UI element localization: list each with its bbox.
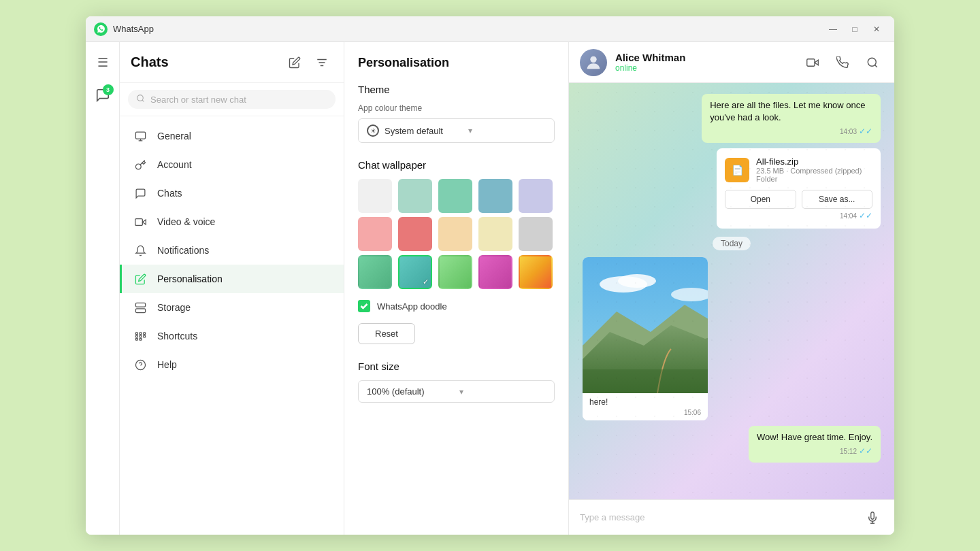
nav-item-shortcuts[interactable]: Shortcuts [120,322,344,350]
svg-point-22 [135,360,145,369]
save-file-button[interactable]: Save as... [802,190,872,209]
settings-header: Chats [120,42,344,83]
personalisation-panel: Personalisation Theme App colour theme ☀… [344,42,569,535]
message-text-2: Wow! Have great time. Enjoy. [757,432,872,442]
wallpaper-swatch-9[interactable] [478,217,512,251]
wallpaper-swatch-6[interactable] [358,217,392,251]
notifications-icon [133,243,148,258]
message-time-2: 15:12 ✓✓ [757,446,872,457]
search-chat-button[interactable] [862,52,883,73]
font-size-section-title: Font size [358,361,555,372]
video-call-button[interactable] [802,52,823,73]
svg-rect-26 [807,59,815,66]
wallpaper-swatch-13[interactable] [438,255,472,289]
chat-header: Alice Whitman online [569,42,894,83]
wallpaper-swatch-2[interactable] [398,179,432,213]
wallpaper-swatch-15[interactable] [519,255,553,289]
titlebar-title: WhatsApp [113,24,823,34]
message-text: Here are all the files. Let me know once… [710,100,865,122]
wallpaper-swatch-3[interactable] [438,179,472,213]
file-message-time: 14:04 ✓✓ [725,211,872,220]
svg-rect-18 [140,335,142,337]
personalisation-icon [133,271,148,286]
wallpaper-swatch-5[interactable] [519,179,553,213]
open-file-button[interactable]: Open [725,190,796,209]
wallpaper-swatch-11[interactable] [358,255,392,289]
nav-item-account[interactable]: Account [120,150,344,179]
chat-header-info: Alice Whitman online [615,52,794,73]
nav-item-chats[interactable]: Chats [120,179,344,207]
svg-rect-21 [140,338,142,340]
settings-header-icons [284,52,333,73]
font-size-dropdown[interactable]: 100% (default) ▾ [358,380,555,403]
svg-rect-5 [135,132,145,139]
shortcuts-icon [133,329,148,344]
svg-point-24 [590,56,596,62]
file-name: All-files.zip [756,156,872,167]
message-bubble: Here are all the files. Let me know once… [702,94,881,143]
svg-rect-14 [135,332,137,334]
message-row: Here are all the files. Let me know once… [583,94,881,143]
nav-item-video-voice[interactable]: Video & voice [120,207,344,236]
file-icon: 📄 [725,158,749,182]
date-divider: Today [583,237,881,249]
mic-button[interactable] [862,507,883,529]
personalisation-label: Personalisation [157,273,223,284]
nav-item-personalisation[interactable]: Personalisation [120,265,344,293]
nav-item-storage[interactable]: Storage [120,293,344,322]
wallpaper-swatch-1[interactable] [358,179,392,213]
menu-button[interactable]: ☰ [91,50,115,75]
nav-item-general[interactable]: General [120,122,344,150]
theme-dropdown-icon: ☀ [367,124,379,137]
svg-rect-20 [135,338,137,340]
wallpaper-swatch-8[interactable] [438,217,472,251]
help-icon [133,357,148,372]
maximize-button[interactable]: □ [845,22,864,37]
font-dropdown-chevron-icon: ▾ [459,387,546,397]
file-bubble: 📄 All-files.zip 23.5 MB · Compressed (zi… [717,148,881,229]
chats-sidebar-icon[interactable]: 3 [91,83,115,107]
avatar-image [580,49,607,76]
date-divider-text: Today [713,237,751,250]
theme-dropdown[interactable]: ☀ System default ▾ [358,118,555,143]
message-input-placeholder[interactable]: Type a message [580,512,853,522]
wallpaper-section-title: Chat wallpaper [358,159,555,171]
close-button[interactable]: ✕ [867,22,886,37]
minimize-button[interactable]: — [823,22,843,37]
compose-button[interactable] [284,52,306,73]
filter-button[interactable] [311,52,333,73]
chat-header-actions [802,52,883,73]
nav-item-help[interactable]: Help [120,350,344,379]
shortcuts-label: Shortcuts [157,331,197,341]
image-caption: here! 15:06 [583,393,708,420]
svg-rect-19 [143,335,145,337]
contact-avatar [580,49,607,76]
wallpaper-swatch-10[interactable] [519,217,553,251]
theme-dropdown-value: System default [385,126,463,136]
search-input-wrap [128,90,336,109]
unread-badge: 3 [103,84,114,95]
notifications-label: Notifications [157,245,209,256]
reset-button[interactable]: Reset [358,323,415,344]
image-message-time: 15:06 [589,409,701,416]
video-voice-icon [133,214,148,229]
nav-item-notifications[interactable]: Notifications [120,236,344,265]
image-message-row: here! 15:06 [583,257,881,420]
help-label: Help [157,359,177,370]
message-row-2: Wow! Have great time. Enjoy. 15:12 ✓✓ [583,426,881,463]
contact-status: online [615,63,794,73]
double-tick-icon: ✓✓ [859,126,872,137]
voice-call-button[interactable] [832,52,853,73]
wallpaper-swatch-12[interactable] [398,255,432,289]
image-bubble: here! 15:06 [583,257,708,420]
svg-rect-16 [143,332,145,334]
svg-marker-25 [815,60,818,65]
wallpaper-swatch-7[interactable] [398,217,432,251]
chat-area: Alice Whitman online [569,42,894,535]
search-input[interactable] [150,95,327,105]
search-icon [136,94,145,105]
whatsapp-doodle-checkbox[interactable] [358,300,370,312]
wallpaper-swatch-4[interactable] [478,179,512,213]
titlebar-controls: — □ ✕ [823,22,886,37]
wallpaper-swatch-14[interactable] [478,255,512,289]
